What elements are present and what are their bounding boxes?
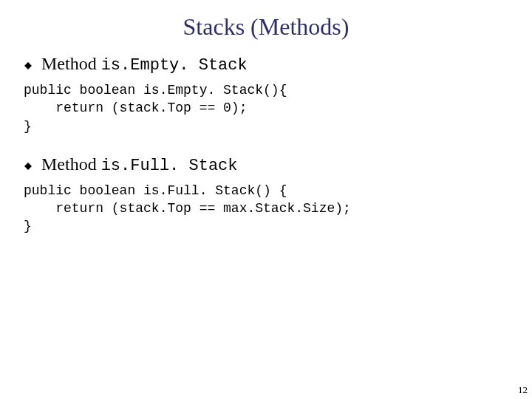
bullet-text: Method is.Full. Stack xyxy=(41,154,238,175)
diamond-icon xyxy=(24,56,33,77)
bullet-item: Method is.Empty. Stack xyxy=(24,54,508,77)
bullet-item: Method is.Full. Stack xyxy=(24,154,508,177)
slide: Stacks (Methods) Method is.Empty. Stack … xyxy=(0,0,532,399)
bullet-text: Method is.Empty. Stack xyxy=(41,54,248,75)
page-number: 12 xyxy=(518,384,528,396)
code-block: public boolean is.Full. Stack() { return… xyxy=(24,182,508,236)
bullet-label: Method xyxy=(41,54,101,73)
bullet-mono: is.Empty. Stack xyxy=(101,56,248,75)
code-block: public boolean is.Empty. Stack(){ return… xyxy=(24,81,508,135)
bullet-label: Method xyxy=(41,154,101,174)
bullet-mono: is.Full. Stack xyxy=(101,157,238,175)
slide-title: Stacks (Methods) xyxy=(24,13,508,41)
diamond-icon xyxy=(24,157,33,177)
